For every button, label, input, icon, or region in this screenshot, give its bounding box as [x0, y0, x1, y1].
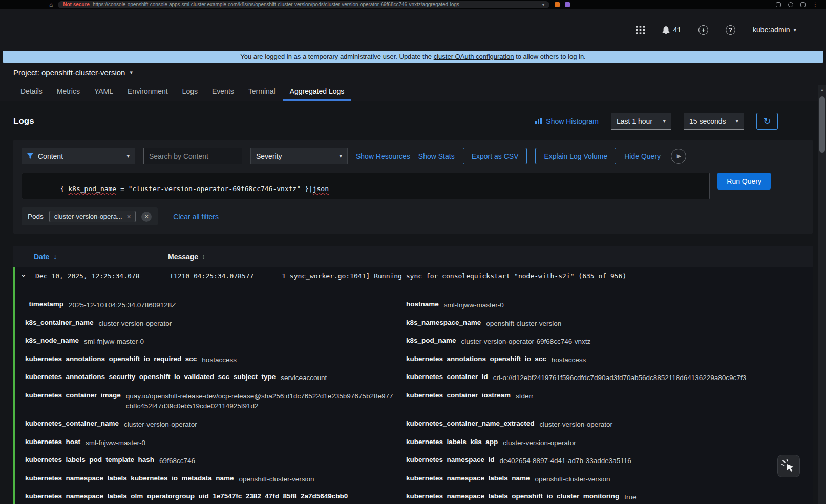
user-menu[interactable]: kube:admin ▾: [753, 26, 796, 34]
notifications-button[interactable]: 41: [662, 26, 682, 34]
banner-text-after: to allow others to log in.: [514, 53, 586, 60]
banner-text-before: You are logged in as a temporary adminis…: [240, 53, 433, 60]
log-row-expanded: › Dec 10, 2025, 12:25:34.078 I1210 04:25…: [13, 267, 813, 504]
browser-extension-icon[interactable]: [555, 2, 560, 7]
log-table: Date ↓ Message ↕ › Dec 10, 2025, 12:25:3…: [13, 246, 813, 504]
field-key: _timestamp: [25, 300, 63, 308]
time-range-select[interactable]: Last 1 hour ▾: [611, 113, 671, 130]
date-header-label: Date: [34, 253, 49, 261]
chevron-down-icon[interactable]: ▾: [130, 70, 133, 75]
browser-chrome: ⌂ Not secure https://console-openshift-c…: [0, 0, 826, 9]
message-header-label: Message: [168, 253, 198, 261]
log-detail-grid: _timestamp 2025-12-10T04:25:34.078609128…: [15, 284, 813, 504]
field-value: sml-fnjww-master-0: [86, 438, 145, 448]
field-value: 2025-12-10T04:25:34.078609128Z: [69, 300, 176, 310]
tab-details[interactable]: Details: [13, 82, 50, 101]
log-message: I1210 04:25:34.078577 1 sync_worker.go:1…: [170, 272, 813, 280]
field-key: kubernetes_container_image: [25, 391, 121, 399]
attribute-filter-dropdown[interactable]: Content ▾: [22, 148, 135, 164]
browser-apps-icon[interactable]: [800, 2, 806, 7]
bell-icon: [662, 26, 670, 34]
play-button[interactable]: ▶: [671, 149, 686, 164]
chevron-down-icon[interactable]: ▾: [542, 2, 545, 7]
refresh-interval-select[interactable]: 15 seconds ▾: [684, 113, 744, 130]
filter-toolbar: Content ▾ Severity ▾ Show Resources Show…: [22, 148, 804, 164]
log-detail-field: k8s_namespace_name openshift-cluster-ver…: [406, 314, 806, 333]
field-value: cluster-version-operator: [124, 419, 197, 430]
chip-close-icon[interactable]: ×: [127, 213, 131, 220]
show-resources-link[interactable]: Show Resources: [356, 152, 410, 160]
tab-events[interactable]: Events: [205, 82, 241, 101]
tab-yaml[interactable]: YAML: [87, 82, 120, 101]
date-column-header[interactable]: Date ↓: [34, 253, 57, 261]
export-csv-button[interactable]: Export as CSV: [463, 148, 527, 164]
log-detail-field: kubernetes_annotations_security_openshif…: [25, 369, 396, 387]
field-value: cluster-version-operator: [99, 319, 172, 329]
refresh-interval-value: 15 seconds: [689, 117, 726, 125]
clear-all-filters-link[interactable]: Clear all filters: [173, 213, 219, 221]
log-detail-field: hostname sml-fnjww-master-0: [406, 296, 806, 314]
address-bar[interactable]: Not secure https://console-openshift-con…: [58, 1, 549, 8]
log-detail-field: kubernetes_labels_k8s_app cluster-versio…: [406, 434, 806, 452]
not-secure-label: Not secure: [63, 2, 90, 7]
tab-terminal[interactable]: Terminal: [241, 82, 283, 101]
sort-icon: ↕: [202, 253, 205, 260]
field-key: kubernetes_container_id: [406, 373, 488, 381]
refresh-button[interactable]: ↻: [756, 113, 778, 130]
help-button[interactable]: ?: [726, 25, 735, 35]
vertical-scrollbar: ▲: [818, 85, 826, 504]
scroll-up-arrow[interactable]: ▲: [818, 85, 826, 94]
show-stats-link[interactable]: Show Stats: [418, 152, 455, 160]
log-detail-field: kubernetes_namespace_labels_name openshi…: [406, 470, 806, 489]
page-title: Logs: [13, 116, 34, 127]
tab-logs[interactable]: Logs: [175, 82, 205, 101]
field-value: hostaccess: [202, 355, 237, 365]
query-input[interactable]: { k8s_pod_name = "cluster-version-operat…: [22, 173, 710, 199]
active-filters-row: Pods cluster-version-opera... × × Clear …: [22, 207, 804, 225]
log-detail-field: kubernetes_namespace_labels_openshift_io…: [406, 488, 806, 504]
field-value: 69f68cc746: [159, 456, 195, 466]
log-detail-field: k8s_pod_name cluster-version-operator-69…: [406, 332, 806, 351]
field-value: stderr: [516, 391, 534, 402]
project-selector[interactable]: Project: openshift-cluster-version: [13, 68, 125, 77]
field-value: serviceaccount: [281, 373, 327, 383]
field-key: kubernetes_labels_k8s_app: [406, 438, 498, 446]
severity-filter-dropdown[interactable]: Severity ▾: [250, 148, 348, 164]
field-key: kubernetes_container_iostream: [406, 391, 511, 399]
home-icon[interactable]: ⌂: [49, 2, 53, 8]
field-value: sml-fnjww-master-0: [444, 300, 504, 310]
tab-metrics[interactable]: Metrics: [50, 82, 87, 101]
hide-query-link[interactable]: Hide Query: [624, 152, 661, 160]
chevron-down-icon[interactable]: ›: [19, 273, 28, 278]
plus-circle-icon: +: [698, 25, 708, 35]
filter-group-close-icon[interactable]: ×: [141, 212, 152, 222]
browser-menu-icon[interactable]: ⋮: [813, 2, 818, 7]
explain-log-volume-button[interactable]: Explain Log Volume: [535, 148, 616, 164]
search-input[interactable]: [143, 148, 242, 164]
pod-filter-chip: cluster-version-opera... ×: [49, 211, 136, 222]
tab-aggregated-logs[interactable]: Aggregated Logs: [283, 82, 352, 101]
log-row-summary[interactable]: › Dec 10, 2025, 12:25:34.078 I1210 04:25…: [15, 267, 813, 284]
chevron-down-icon: ▾: [663, 118, 666, 124]
attribute-filter-label: Content: [38, 152, 63, 160]
pod-detail-tabs: Details Metrics YAML Environment Logs Ev…: [0, 82, 826, 101]
add-button[interactable]: +: [698, 25, 708, 35]
query-token: json: [313, 185, 329, 193]
logs-header: Logs Show Histogram Last 1 hour ▾ 15 sec…: [13, 113, 813, 130]
log-date: Dec 10, 2025, 12:25:34.078: [35, 272, 170, 280]
show-histogram-link[interactable]: Show Histogram: [535, 117, 599, 125]
log-detail-field: kubernetes_container_iostream stderr: [406, 387, 806, 415]
tab-environment[interactable]: Environment: [120, 82, 175, 101]
field-key: kubernetes_container_name: [25, 419, 119, 427]
run-query-button[interactable]: Run Query: [717, 173, 771, 190]
browser-extension-icon[interactable]: [565, 2, 570, 7]
scrollbar-thumb[interactable]: [819, 96, 825, 153]
field-value: openshift-cluster-version: [535, 474, 610, 485]
field-key: kubernetes_namespace_labels_kubernetes_i…: [25, 474, 234, 482]
log-detail-field: kubernetes_container_id cri-o://d12ebf24…: [406, 369, 806, 387]
oauth-configuration-link[interactable]: cluster OAuth configuration: [434, 53, 514, 60]
browser-profile-icon[interactable]: [788, 2, 793, 7]
browser-window-icon[interactable]: [776, 2, 781, 7]
app-launcher-button[interactable]: [636, 26, 645, 34]
message-column-header[interactable]: Message ↕: [168, 253, 205, 261]
